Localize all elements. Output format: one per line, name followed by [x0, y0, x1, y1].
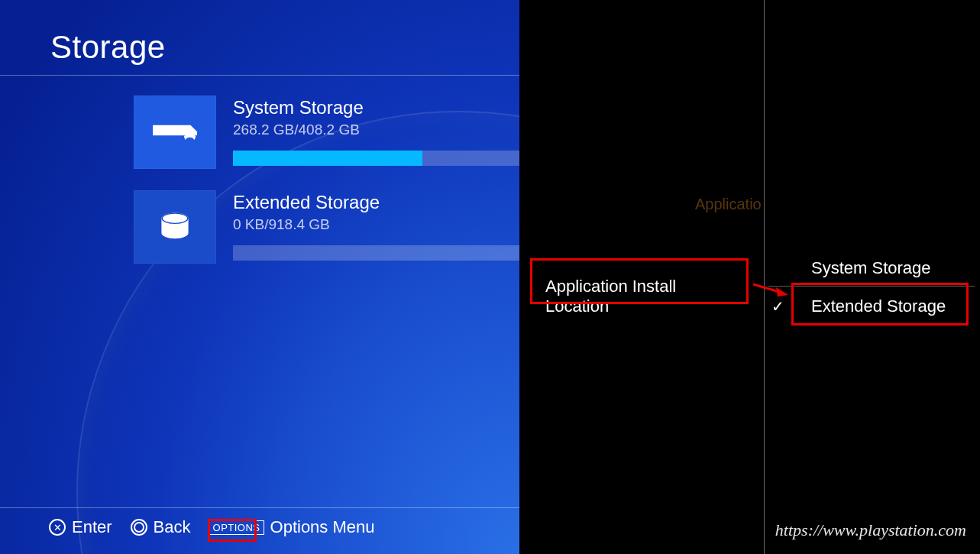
- hint-label: Back: [154, 517, 191, 537]
- cross-button-icon: ✕: [49, 519, 66, 536]
- context-menu-item-install-location[interactable]: Application Install Location: [533, 267, 747, 326]
- drive-icon: [134, 190, 216, 264]
- options-button-icon: OPTIONS: [209, 520, 264, 535]
- watermark-url: https://www.playstation.com: [775, 520, 966, 540]
- arrow-icon: [752, 277, 788, 300]
- usage-bar-track: [233, 245, 519, 261]
- hint-options: OPTIONS Options Menu: [209, 517, 375, 537]
- hint-back: Back: [131, 517, 191, 537]
- storage-name: Extended Storage: [233, 192, 519, 213]
- storage-item-extended[interactable]: Extended Storage 0 KB/918.4 GB: [134, 183, 519, 277]
- svg-marker-4: [776, 287, 788, 296]
- storage-usage: 268.2 GB/408.2 GB: [233, 121, 519, 138]
- hint-label: Enter: [72, 517, 112, 537]
- context-menu-panel: Applicatio Application Install Location …: [519, 0, 980, 554]
- install-location-option-system[interactable]: System Storage: [800, 251, 969, 286]
- panel-divider: [764, 0, 765, 554]
- storage-usage: 0 KB/918.4 GB: [233, 216, 519, 233]
- circle-button-icon: [131, 519, 147, 536]
- title-divider: [0, 75, 519, 76]
- storage-list: System Storage 268.2 GB/408.2 GB Extende…: [134, 88, 519, 277]
- install-location-option-extended[interactable]: Extended Storage: [800, 289, 969, 324]
- storage-item-system[interactable]: System Storage 268.2 GB/408.2 GB: [134, 88, 519, 183]
- svg-point-2: [163, 214, 187, 223]
- footer-divider: [0, 507, 519, 508]
- ghost-text: Applicatio: [695, 196, 762, 213]
- storage-info-extended: Extended Storage 0 KB/918.4 GB: [233, 190, 519, 261]
- storage-info-system: System Storage 268.2 GB/408.2 GB: [233, 96, 519, 166]
- storage-name: System Storage: [233, 97, 519, 118]
- checkmark-icon: ✓: [771, 297, 784, 316]
- hint-enter: ✕ Enter: [49, 517, 112, 537]
- usage-bar-fill: [233, 151, 422, 166]
- footer-hints: ✕ Enter Back OPTIONS Options Menu: [49, 517, 375, 537]
- console-icon: [134, 96, 216, 169]
- storage-settings-panel: Storage System Storage 268.2 GB/408.2 GB: [0, 0, 519, 554]
- options-divider: [768, 286, 975, 287]
- usage-bar-track: [233, 151, 519, 166]
- page-title: Storage: [50, 29, 166, 66]
- hint-label: Options Menu: [270, 517, 375, 537]
